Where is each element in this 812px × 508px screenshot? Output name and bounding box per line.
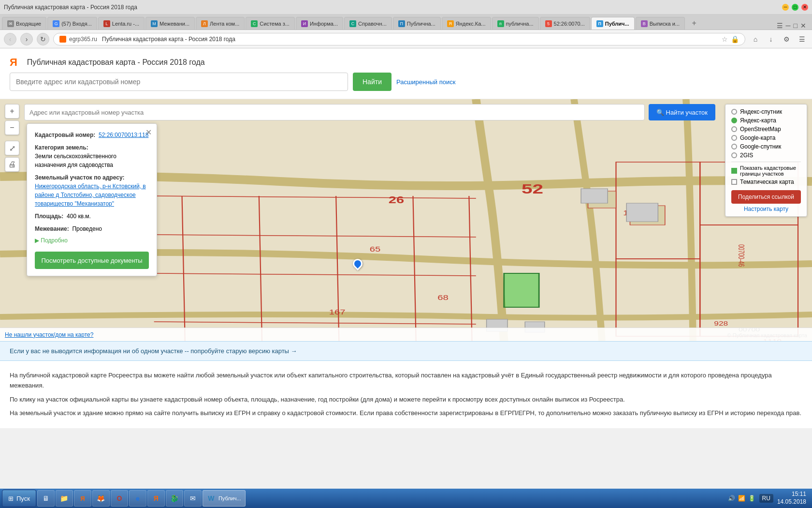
tab-incoming[interactable]: ✉ Входящие <box>2 17 46 30</box>
checkbox-cadastral[interactable] <box>731 168 737 174</box>
add-tab-button[interactable]: + <box>688 17 700 30</box>
tab-list-button[interactable]: ☰ <box>777 22 783 30</box>
thematic-map-checkbox[interactable]: Тематическая карта <box>731 179 801 185</box>
zoom-out-button[interactable]: − <box>5 120 19 135</box>
radio-yandex-satellite[interactable] <box>731 109 737 115</box>
taskbar-item-dragon[interactable]: 🐉 <box>166 490 183 507</box>
home-icon[interactable]: ⌂ <box>749 33 762 45</box>
radio-google-map[interactable] <box>731 135 737 141</box>
forward-button[interactable]: › <box>20 33 33 45</box>
speaker-icon[interactable]: 🔊 <box>728 495 735 502</box>
tab-public2[interactable]: п публична... <box>492 17 539 30</box>
popup-cadastral-link[interactable]: 52:26:0070013:118 <box>99 132 148 138</box>
popup-survey: Межевание: Проведено <box>35 224 149 233</box>
svg-rect-16 <box>588 191 616 208</box>
clock-date: 14.05.2018 <box>777 498 806 506</box>
taskbar-item-ie[interactable]: e <box>129 490 146 507</box>
cadastral-info-popup: ✕ Кадастровый номер: 52:26:0070013:118 К… <box>27 123 157 276</box>
taskbar-item-opera[interactable]: O <box>111 490 128 507</box>
top-search-input[interactable] <box>10 73 348 91</box>
taskbar-item-yandex-browser[interactable]: Я <box>147 490 165 507</box>
minimize-button[interactable]: ─ <box>782 4 789 11</box>
close-button[interactable]: ✕ <box>801 4 808 11</box>
taskbar-lang[interactable]: RU <box>759 494 773 503</box>
menu-icon[interactable]: ☰ <box>796 33 808 45</box>
tab-favicon: С <box>349 20 356 27</box>
advanced-search-link[interactable]: Расширенный поиск <box>396 78 455 86</box>
tab-lenta[interactable]: L Lenta.ru -... <box>98 17 145 30</box>
tab-public-active[interactable]: П Публич... <box>591 17 635 30</box>
fullscreen-button[interactable]: ⤢ <box>5 141 19 155</box>
address-site: egrp365.ru <box>69 36 97 43</box>
svg-line-7 <box>259 196 262 341</box>
refresh-button[interactable]: ↻ <box>37 33 49 45</box>
taskbar-item-word[interactable]: W Публич... <box>203 490 246 507</box>
top-search-button[interactable]: Найти <box>353 73 392 91</box>
popup-area-label: Площадь: <box>35 213 63 220</box>
taskbar-item-explorer[interactable]: 📁 <box>56 490 73 507</box>
battery-icon[interactable]: 🔋 <box>748 495 755 502</box>
layer-google-map[interactable]: Google-карта <box>731 134 801 141</box>
popup-cadastral-label: Кадастровый номер: <box>35 132 95 138</box>
address-page-title: Публичная кадастровая карта - Россия 201… <box>102 36 235 43</box>
info-section: На публичной кадастровой карте Росреестр… <box>0 361 812 428</box>
info-paragraph-2: По клику на участок официальной карты вы… <box>10 395 802 405</box>
radio-yandex-map[interactable] <box>731 118 737 123</box>
popup-address-link[interactable]: Нижегородская область, р-н Кстовский, в … <box>35 183 146 207</box>
layer-yandex-map[interactable]: Яндекс-карта <box>731 117 801 124</box>
taskbar-item-desktop[interactable]: 🖥 <box>37 490 55 507</box>
network-icon[interactable]: 📶 <box>738 495 745 502</box>
bookmark-icon[interactable]: ☆ <box>722 35 728 43</box>
layer-2gis[interactable]: 2GIS <box>731 152 801 159</box>
not-found-link[interactable]: Не нашли участок/дом на карте? <box>5 331 93 338</box>
taskbar-item-firefox[interactable]: 🦊 <box>92 490 110 507</box>
map-settings-link[interactable]: Настроить карту <box>731 206 801 212</box>
taskbar-item-browser1[interactable]: Я <box>74 490 91 507</box>
info-paragraph-3: На земельный участок и здание можно прям… <box>10 408 802 418</box>
maximize-button[interactable]: □ <box>792 4 798 11</box>
back-button[interactable]: ‹ <box>4 33 16 45</box>
show-cadastral-boundaries[interactable]: Показать кадастровыеграницы участков <box>731 165 801 177</box>
print-button[interactable]: 🖨 <box>5 157 19 172</box>
radio-2gis[interactable] <box>731 152 737 158</box>
tab-52-26[interactable]: 5 52:26:0070... <box>540 17 590 30</box>
map-search-button[interactable]: 🔍 Найти участок <box>649 104 715 120</box>
tab-public1[interactable]: П Публична... <box>393 17 441 30</box>
address-input[interactable]: egrp365.ru Публичная кадастровая карта -… <box>53 33 745 45</box>
mail-icon: ✉ <box>188 494 197 503</box>
tab-vkhod[interactable]: G (57) Входя... <box>47 17 97 30</box>
download-icon[interactable]: ↓ <box>765 33 777 45</box>
tab-lenta2[interactable]: Л Лента ком... <box>196 17 245 30</box>
view-docs-button[interactable]: Посмотреть доступные документы <box>35 252 149 269</box>
share-link-button[interactable]: Поделиться ссылкой <box>731 190 801 204</box>
start-icon: ⊞ <box>8 495 14 502</box>
address-bar: ‹ › ↻ egrp365.ru Публичная кадастровая к… <box>0 30 812 48</box>
minimize-window-button[interactable]: ─ <box>786 22 791 30</box>
popup-address-label: Земельный участок по адресу: <box>35 174 124 181</box>
zoom-in-button[interactable]: + <box>5 104 19 119</box>
radio-osm[interactable] <box>731 126 737 132</box>
tab-spravoch[interactable]: С Справочн... <box>344 17 392 30</box>
checkbox-thematic[interactable] <box>731 179 737 185</box>
word-icon: W <box>207 494 216 503</box>
map-search-input[interactable] <box>24 104 645 120</box>
popup-close-button[interactable]: ✕ <box>145 128 152 137</box>
tab-vypiska[interactable]: В Выписка и... <box>636 17 685 30</box>
close-window-button[interactable]: ✕ <box>800 22 806 30</box>
popup-area: Площадь: 400 кв.м. <box>35 212 149 221</box>
layer-google-satellite[interactable]: Google-спутник <box>731 143 801 150</box>
maximize-window-button[interactable]: □ <box>794 22 798 30</box>
tab-yandex[interactable]: Я Яндекс.Ка... <box>442 17 491 30</box>
radio-google-satellite[interactable] <box>731 144 737 149</box>
taskbar-item-mail[interactable]: ✉ <box>184 490 202 507</box>
start-button[interactable]: ⊞ Пуск <box>2 490 36 507</box>
tab-sistema[interactable]: С Система з... <box>246 17 295 30</box>
map-section[interactable]: 26 52 133 65 68 167 77 138 21 40 66 67 9… <box>0 99 812 341</box>
tab-mezhev[interactable]: М Межевани... <box>145 17 195 30</box>
popup-detail-link[interactable]: ▶ Подробно <box>35 237 149 244</box>
tab-informa[interactable]: И Информа... <box>296 17 343 30</box>
map-zoom-controls: + − ⤢ 🖨 <box>5 104 19 172</box>
layer-yandex-satellite[interactable]: Яндекс-спутник <box>731 108 801 115</box>
settings-icon[interactable]: ⚙ <box>780 33 793 45</box>
layer-osm[interactable]: OpenStreetMap <box>731 126 801 133</box>
